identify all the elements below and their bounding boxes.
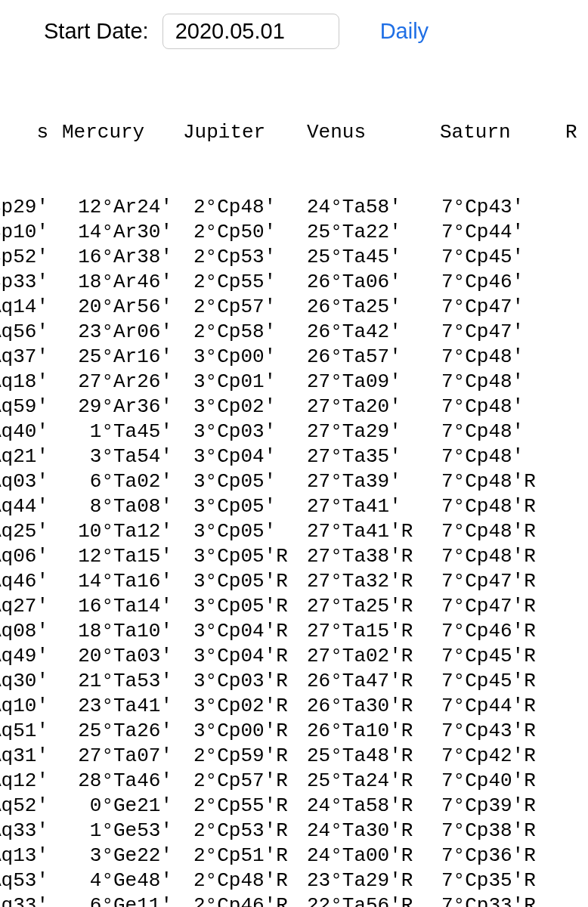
cell: 24°Ta58'R (307, 794, 431, 819)
cell (555, 395, 585, 419)
cell: Aq33' (0, 893, 59, 907)
cell: 27°Ta29' (307, 419, 431, 444)
cell: 14°Ar30' (59, 220, 183, 245)
cell: Aq13' (0, 844, 59, 868)
cell: 3°Cp00'R (183, 719, 307, 744)
cell: 23°Ar06' (59, 320, 183, 345)
cell: 7°Cp39'R (431, 794, 555, 819)
cell (555, 594, 585, 619)
cell: 27°Ta02'R (307, 644, 431, 669)
cell: 3°Ta54' (59, 444, 183, 469)
cell: 3°Cp05'R (183, 544, 307, 569)
cell: 10°Ta12' (59, 519, 183, 544)
cell: 6°Ta02' (59, 469, 183, 494)
cell: 27°Ta20' (307, 395, 431, 419)
cell: Cp10' (0, 220, 59, 245)
cell (555, 345, 585, 370)
cell: 12°Ar24' (59, 195, 183, 220)
cell: 8°Ta08' (59, 494, 183, 519)
cell: 7°Cp44' (431, 220, 555, 245)
table-row: Aq52'0°Ge21'2°Cp55'R24°Ta58'R7°Cp39'R (0, 794, 588, 819)
cell: 7°Cp48' (431, 395, 555, 419)
cell (555, 245, 585, 270)
cell: 26°Ta57' (307, 345, 431, 370)
cell: 27°Ta35' (307, 444, 431, 469)
cell: 2°Cp50' (183, 220, 307, 245)
cell: Aq12' (0, 769, 59, 794)
cell: 18°Ta10' (59, 619, 183, 644)
table-row: Aq44'8°Ta08'3°Cp05'27°Ta41'7°Cp48'R (0, 494, 588, 519)
cell: 14°Ta16' (59, 569, 183, 594)
cell: Aq59' (0, 395, 59, 419)
cell: Aq51' (0, 719, 59, 744)
cell: 7°Cp36'R (431, 844, 555, 868)
cell (555, 370, 585, 395)
cell: 2°Cp48' (183, 195, 307, 220)
table-row: Aq12'28°Ta46'2°Cp57'R25°Ta24'R7°Cp40'R (0, 769, 588, 794)
cell (555, 544, 585, 569)
cell: Aq06' (0, 544, 59, 569)
col-header-venus: Venus (307, 120, 431, 145)
cell: 3°Cp00' (183, 345, 307, 370)
cell: 3°Cp05' (183, 519, 307, 544)
cell: Aq40' (0, 419, 59, 444)
cell: 7°Cp45' (431, 245, 555, 270)
cell: 3°Cp04'R (183, 644, 307, 669)
cell: 27°Ar26' (59, 370, 183, 395)
cell (555, 719, 585, 744)
cell: Cp29' (0, 195, 59, 220)
cell: 4°Ge48' (59, 868, 183, 893)
cell: 12°Ta15' (59, 544, 183, 569)
table-row: Aq37'25°Ar16'3°Cp00'26°Ta57'7°Cp48' (0, 345, 588, 370)
col-header-mercury: Mercury (59, 120, 183, 145)
cell: Aq56' (0, 320, 59, 345)
cell (555, 819, 585, 844)
cell: 7°Cp35'R (431, 868, 555, 893)
cell: 25°Ta24'R (307, 769, 431, 794)
table-row: Aq21'3°Ta54'3°Cp04'27°Ta35'7°Cp48' (0, 444, 588, 469)
cell: 7°Cp48'R (431, 544, 555, 569)
cell (555, 868, 585, 893)
table-row: Aq33'1°Ge53'2°Cp53'R24°Ta30'R7°Cp38'R (0, 819, 588, 844)
cell: 27°Ta39' (307, 469, 431, 494)
cell: 7°Cp38'R (431, 819, 555, 844)
start-date-input[interactable] (162, 14, 339, 49)
cell: 0°Ge21' (59, 794, 183, 819)
table-row: Aq49'20°Ta03'3°Cp04'R27°Ta02'R7°Cp45'R (0, 644, 588, 669)
cell: 18°Ar46' (59, 270, 183, 295)
table-row: Cp52'16°Ar38'2°Cp53'25°Ta45'7°Cp45' (0, 245, 588, 270)
cell: 27°Ta25'R (307, 594, 431, 619)
cell: 22°Ta56'R (307, 893, 431, 907)
cell (555, 270, 585, 295)
cell: 3°Cp03' (183, 419, 307, 444)
cell: 24°Ta00'R (307, 844, 431, 868)
cell: 7°Cp33'R (431, 893, 555, 907)
cell (555, 419, 585, 444)
cell: 23°Ta29'R (307, 868, 431, 893)
cell: 3°Cp02' (183, 395, 307, 419)
cell: 1°Ta45' (59, 419, 183, 444)
cell: 7°Cp45'R (431, 669, 555, 694)
table-row: Aq51'25°Ta26'3°Cp00'R26°Ta10'R7°Cp43'R (0, 719, 588, 744)
cell: 2°Cp48'R (183, 868, 307, 893)
cell: Aq30' (0, 669, 59, 694)
cell (555, 444, 585, 469)
cell: 3°Cp04' (183, 444, 307, 469)
table-header-row: s Mercury Jupiter Venus Saturn R (0, 120, 588, 145)
cell: 16°Ta14' (59, 594, 183, 619)
interval-daily-link[interactable]: Daily (380, 19, 429, 44)
cell (555, 295, 585, 320)
cell: 23°Ta41' (59, 694, 183, 719)
table-row: Cp33'18°Ar46'2°Cp55'26°Ta06'7°Cp46' (0, 270, 588, 295)
table-row: Aq46'14°Ta16'3°Cp05'R27°Ta32'R7°Cp47'R (0, 569, 588, 594)
cell: 3°Ge22' (59, 844, 183, 868)
cell: 7°Cp48' (431, 345, 555, 370)
cell: 3°Cp03'R (183, 669, 307, 694)
cell: 26°Ta47'R (307, 669, 431, 694)
cell: 2°Cp55' (183, 270, 307, 295)
cell: 25°Ta45' (307, 245, 431, 270)
controls-bar: Start Date: Daily (0, 0, 588, 70)
cell: 26°Ta30'R (307, 694, 431, 719)
cell: 1°Ge53' (59, 819, 183, 844)
table-row: Aq30'21°Ta53'3°Cp03'R26°Ta47'R7°Cp45'R (0, 669, 588, 694)
